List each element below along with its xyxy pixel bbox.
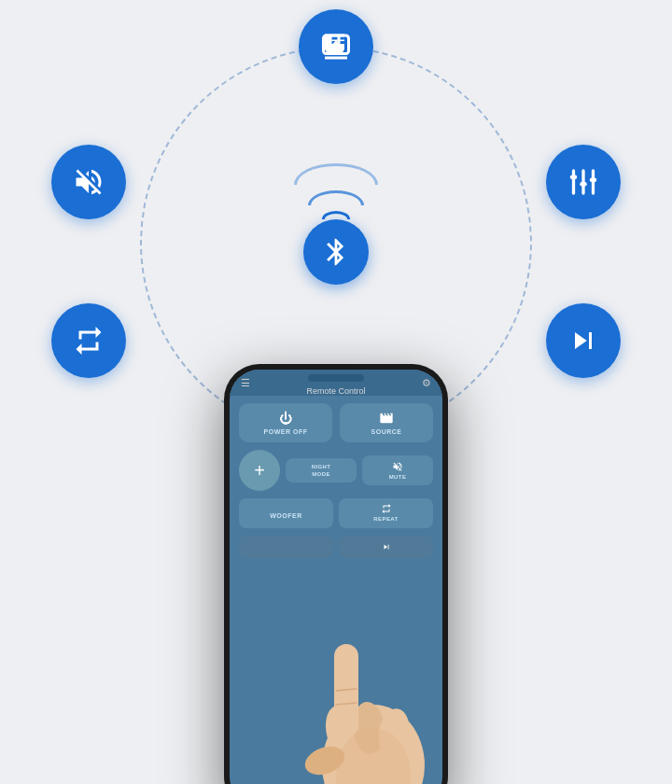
plus-button[interactable]: + xyxy=(239,450,280,491)
hand-svg xyxy=(280,579,467,784)
bot-btn-2[interactable] xyxy=(339,536,433,558)
power-icon: ⏻ xyxy=(279,411,292,426)
svg-rect-5 xyxy=(570,175,578,180)
night-mode-button[interactable]: NIGHT MODE xyxy=(286,458,357,483)
night-mode-label-1: NIGHT xyxy=(312,464,331,469)
hand xyxy=(280,579,467,784)
app-title: Remote Control xyxy=(306,386,365,396)
bluetooth-circle xyxy=(303,219,369,285)
repeat-icon xyxy=(72,324,105,357)
mute-icon-circle xyxy=(51,145,126,219)
woofer-label: WOOFER xyxy=(270,512,302,519)
settings-icon: ⚙ xyxy=(422,377,431,389)
row-power-source: ⏻ POWER OFF SOURCE xyxy=(239,403,433,442)
source-button[interactable]: SOURCE xyxy=(340,403,433,442)
repeat-icon-circle xyxy=(51,303,126,378)
wifi-waves xyxy=(280,163,392,219)
equalizer-icon xyxy=(567,165,600,199)
mute-button[interactable]: MUTE xyxy=(362,455,433,485)
scene: ☰ Remote Control ⚙ ⏻ POWER OFF xyxy=(0,0,672,784)
power-button[interactable]: ⏻ POWER OFF xyxy=(239,403,332,442)
remote-controls: ⏻ POWER OFF SOURCE + xyxy=(230,396,442,566)
source-icon-circle xyxy=(299,9,373,84)
wave-small xyxy=(322,211,350,219)
svg-rect-6 xyxy=(580,182,587,187)
phone-topbar: ☰ Remote Control ⚙ xyxy=(230,370,442,396)
bluetooth-icon xyxy=(320,236,352,268)
woofer-button[interactable]: WOOFER xyxy=(239,498,333,528)
source-icon xyxy=(319,30,353,63)
power-label: POWER OFF xyxy=(264,428,308,435)
skip-forward-icon-circle xyxy=(546,303,621,378)
bot-btn-1[interactable] xyxy=(239,536,333,558)
mute-btn-icon xyxy=(392,461,403,472)
repeat-btn-icon xyxy=(381,503,392,514)
svg-rect-7 xyxy=(590,178,597,183)
skip-btn-icon xyxy=(381,542,392,552)
source-label: SOURCE xyxy=(371,428,402,435)
skip-forward-icon xyxy=(567,324,600,357)
wave-medium xyxy=(308,190,364,205)
mute-icon xyxy=(72,165,105,199)
night-mode-label-2: MODE xyxy=(312,471,330,477)
wave-large xyxy=(294,163,378,185)
mute-label: MUTE xyxy=(389,474,407,480)
row-mid: + NIGHT MODE MUTE xyxy=(239,450,433,491)
menu-icon: ☰ xyxy=(241,377,250,389)
source-btn-icon xyxy=(379,411,394,426)
repeat-label: REPEAT xyxy=(373,516,398,522)
repeat-button[interactable]: REPEAT xyxy=(339,498,433,528)
row-bottom xyxy=(239,536,433,558)
row-woofer-repeat: WOOFER REPEAT xyxy=(239,498,433,528)
equalizer-icon-circle xyxy=(546,145,621,219)
